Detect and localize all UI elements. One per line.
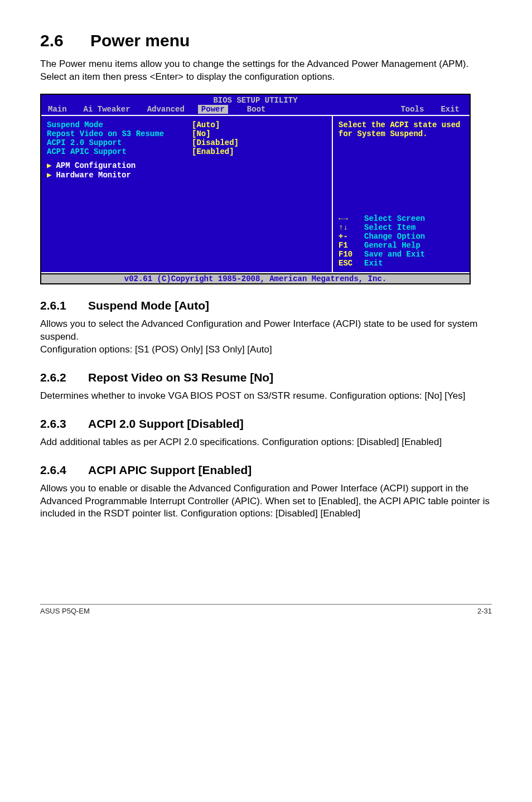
subsection-heading: 2.6.1Suspend Mode [Auto] (40, 299, 492, 312)
bios-header: BIOS SETUP UTILITY (41, 95, 470, 105)
bios-submenu: ▶APM Configuration (47, 161, 326, 170)
triangle-icon: ▶ (47, 161, 51, 170)
bios-item-label: Suspend Mode (47, 120, 192, 129)
bios-key-row: F1General Help (338, 241, 464, 250)
bios-tab-advanced: Advanced (141, 105, 195, 114)
triangle-icon: ▶ (47, 171, 51, 180)
bios-key-desc: Select Item (364, 223, 415, 232)
bios-key-row: ←→Select Screen (338, 214, 464, 223)
bios-key-desc: Change Option (364, 232, 425, 241)
subsection-title: Repost Video on S3 Resume [No] (88, 371, 273, 384)
bios-item: Suspend Mode [Auto] (47, 120, 326, 129)
subsection-para: Configuration options: [S1 (POS) Only] [… (40, 344, 492, 356)
bios-key-row: ESCExit (338, 259, 464, 268)
subsection-para: Allows you to select the Advanced Config… (40, 318, 492, 344)
subsection-number: 2.6.3 (40, 417, 88, 431)
subsection-number: 2.6.1 (40, 299, 88, 312)
bios-key-desc: Save and Exit (364, 250, 425, 259)
bios-key-desc: Exit (364, 259, 383, 268)
bios-key-sym: ESC (338, 259, 364, 268)
bios-copyright: v02.61 (C)Copyright 1985-2008, American … (41, 273, 470, 283)
bios-key-sym: ←→ (338, 214, 364, 223)
subsection-heading: 2.6.3ACPI 2.0 Support [Disabled] (40, 417, 492, 431)
bios-item: ACPI 2.0 Support [Disabled] (47, 138, 326, 147)
bios-tab-main: Main (41, 105, 77, 114)
bios-key-row: +- Change Option (338, 232, 464, 241)
bios-submenu: ▶Hardware Monitor (47, 170, 326, 180)
subsection-number: 2.6.2 (40, 371, 88, 384)
footer-divider (40, 604, 492, 605)
bios-tab-exit: Exit (434, 105, 470, 114)
subsection-para: Add additional tables as per ACPI 2.0 sp… (40, 436, 492, 449)
bios-tab-tools: Tools (394, 105, 434, 114)
bios-item-label: ACPI APIC Support (47, 147, 192, 156)
section-heading: 2.6Power menu (40, 31, 492, 50)
subsection-heading: 2.6.4ACPI APIC Support [Enabled] (40, 463, 492, 477)
subsection-para: Determines whether to invoke VGA BIOS PO… (40, 390, 492, 403)
footer-left: ASUS P5Q-EM (40, 607, 90, 615)
bios-key-desc: Select Screen (364, 214, 425, 223)
bios-item-value: [No] (192, 129, 211, 138)
subsection-title: ACPI 2.0 Support [Disabled] (88, 417, 244, 430)
bios-item-value: [Auto] (192, 120, 220, 129)
bios-item-label: Repost Video on S3 Resume (47, 129, 192, 138)
bios-submenu-label: APM Configuration (56, 161, 136, 170)
subsection-heading: 2.6.2Repost Video on S3 Resume [No] (40, 371, 492, 384)
bios-item-value: [Disabled] (192, 138, 239, 147)
bios-help-text: Select the ACPI state used for System Su… (338, 120, 464, 138)
subsection-title: ACPI APIC Support [Enabled] (88, 463, 252, 476)
section-intro: The Power menu items allow you to change… (40, 58, 492, 84)
bios-key-row: F10Save and Exit (338, 250, 464, 259)
bios-tab-bar: Main Ai Tweaker Advanced Power Boot Tool… (41, 105, 470, 115)
subsection-number: 2.6.4 (40, 463, 88, 477)
bios-submenu-label: Hardware Monitor (56, 171, 130, 180)
bios-right-pane: Select the ACPI state used for System Su… (333, 116, 470, 272)
page-footer: ASUS P5Q-EM 2-31 (40, 607, 492, 615)
bios-tab-boot: Boot (240, 105, 276, 114)
bios-item-label: ACPI 2.0 Support (47, 138, 192, 147)
bios-screenshot: BIOS SETUP UTILITY Main Ai Tweaker Advan… (40, 94, 471, 284)
bios-left-pane: Suspend Mode [Auto] Repost Video on S3 R… (41, 116, 333, 272)
bios-key-sym: F1 (338, 241, 364, 250)
bios-key-row: ↑↓Select Item (338, 223, 464, 232)
footer-right: 2-31 (477, 607, 492, 615)
section-number: 2.6 (40, 31, 90, 50)
bios-item: Repost Video on S3 Resume [No] (47, 129, 326, 138)
bios-item: ACPI APIC Support [Enabled] (47, 147, 326, 156)
subsection-title: Suspend Mode [Auto] (88, 299, 209, 312)
bios-tab-aitweaker: Ai Tweaker (77, 105, 141, 114)
bios-key-legend: ←→Select Screen ↑↓Select Item +- Change … (338, 214, 464, 268)
section-title-text: Power menu (90, 31, 190, 50)
bios-key-sym: +- (338, 232, 364, 241)
bios-key-sym: F10 (338, 250, 364, 259)
bios-item-value: [Enabled] (192, 147, 234, 156)
bios-tab-power: Power (198, 105, 228, 114)
subsection-para: Allows you to enable or disable the Adva… (40, 482, 492, 521)
bios-key-sym: ↑↓ (338, 223, 364, 232)
bios-key-desc: General Help (364, 241, 420, 250)
